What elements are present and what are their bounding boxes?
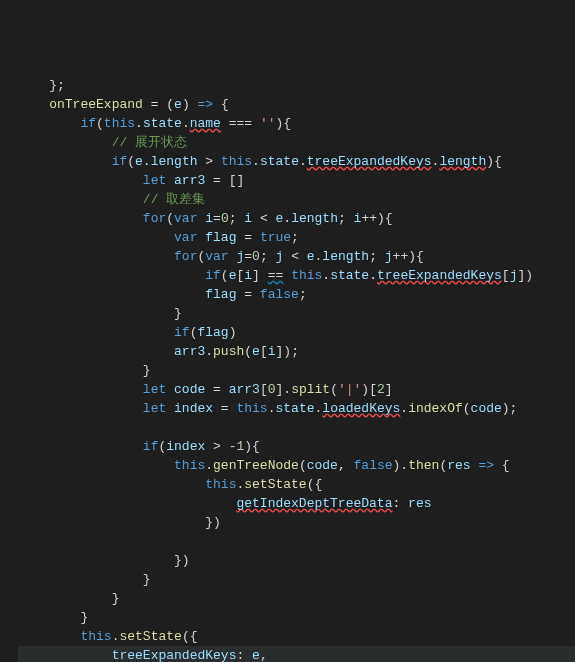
code-line[interactable]: let index = this.state.loadedKeys.indexO… bbox=[18, 399, 575, 418]
code-line[interactable]: }) bbox=[18, 513, 575, 532]
code-line[interactable]: } bbox=[18, 361, 575, 380]
code-line[interactable]: } bbox=[18, 608, 575, 627]
code-line[interactable]: }) bbox=[18, 551, 575, 570]
code-line[interactable]: this.setState({ bbox=[18, 475, 575, 494]
code-line[interactable]: arr3.push(e[i]); bbox=[18, 342, 575, 361]
code-line[interactable]: if(e[i] == this.state.treeExpandedKeys[j… bbox=[18, 266, 575, 285]
code-line[interactable]: treeExpandedKeys: e, bbox=[18, 646, 575, 662]
code-line[interactable]: for(var i=0; i < e.length; i++){ bbox=[18, 209, 575, 228]
code-line[interactable]: onTreeExpand = (e) => { bbox=[18, 95, 575, 114]
code-line[interactable]: this.setState({ bbox=[18, 627, 575, 646]
code-line[interactable]: }; bbox=[18, 76, 575, 95]
code-line[interactable]: let arr3 = [] bbox=[18, 171, 575, 190]
code-line[interactable]: // 取差集 bbox=[18, 190, 575, 209]
code-line[interactable]: } bbox=[18, 304, 575, 323]
code-line[interactable] bbox=[18, 532, 575, 551]
code-editor[interactable]: }; onTreeExpand = (e) => { if(this.state… bbox=[0, 76, 575, 662]
code-line[interactable]: getIndexDeptTreeData: res bbox=[18, 494, 575, 513]
code-line[interactable]: if(index > -1){ bbox=[18, 437, 575, 456]
code-line[interactable]: if(e.length > this.state.treeExpandedKey… bbox=[18, 152, 575, 171]
code-line[interactable] bbox=[18, 418, 575, 437]
code-line[interactable]: } bbox=[18, 570, 575, 589]
code-line[interactable]: flag = false; bbox=[18, 285, 575, 304]
code-line[interactable]: // 展开状态 bbox=[18, 133, 575, 152]
code-line[interactable]: } bbox=[18, 589, 575, 608]
code-line[interactable]: if(this.state.name === ''){ bbox=[18, 114, 575, 133]
code-line[interactable]: let code = arr3[0].split('|')[2] bbox=[18, 380, 575, 399]
code-line[interactable]: var flag = true; bbox=[18, 228, 575, 247]
code-line[interactable]: if(flag) bbox=[18, 323, 575, 342]
code-line[interactable]: for(var j=0; j < e.length; j++){ bbox=[18, 247, 575, 266]
code-line[interactable]: this.genTreeNode(code, false).then(res =… bbox=[18, 456, 575, 475]
